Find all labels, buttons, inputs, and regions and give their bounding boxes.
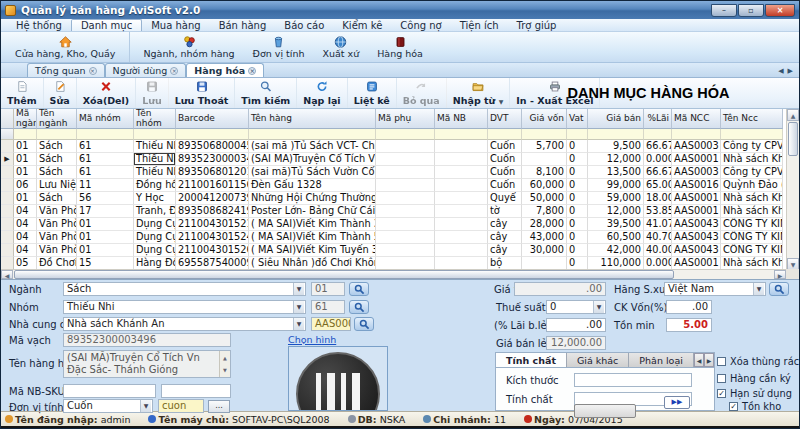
checked-icon[interactable]: ✓ <box>717 389 726 398</box>
menu-item-7[interactable]: Công nợ <box>391 19 450 31</box>
grid-cell[interactable]: 2110043015249 <box>176 231 249 244</box>
grid-cell[interactable]: AAS0043 <box>672 218 721 231</box>
textarea-scrollbar[interactable]: ▲▼ <box>219 351 230 377</box>
grid-cell[interactable]: 99,000 <box>588 179 644 192</box>
scroll-right-icon[interactable]: ▶ <box>774 270 786 279</box>
grid-cell[interactable]: 42,000 <box>588 244 644 257</box>
grid-cell[interactable]: 01 <box>14 192 37 205</box>
column-header[interactable]: Tên hàng <box>249 109 376 129</box>
subtab-Phân loại[interactable]: Phân loại <box>629 353 694 367</box>
close-icon[interactable]: × <box>89 67 97 75</box>
column-header[interactable]: Mã NCC <box>672 109 721 129</box>
grid-cell[interactable]: 04 <box>14 218 37 231</box>
grid-cell[interactable]: 2110016011568 <box>176 179 249 192</box>
dvt-more-button[interactable]: ... <box>208 400 230 413</box>
grid-cell[interactable]: 0 <box>567 153 588 166</box>
grid-cell[interactable]: 0 <box>567 244 588 257</box>
nhom-code-field[interactable]: 61 <box>311 300 345 314</box>
grid-cell[interactable]: 66.670 <box>644 140 672 153</box>
grid-cell[interactable]: 43,000 <box>522 231 567 244</box>
grid-cell[interactable] <box>376 244 435 257</box>
grid-cell[interactable]: Đèn Gấu 1328 <box>249 179 376 192</box>
grid-cell[interactable]: 01 <box>77 231 134 244</box>
manb-field-1[interactable] <box>63 384 156 398</box>
grid-cell[interactable] <box>376 153 435 166</box>
grid-cell[interactable]: cây <box>488 218 522 231</box>
close-icon[interactable]: × <box>170 67 178 75</box>
grid-cell[interactable]: Cuốn <box>488 140 522 153</box>
grid-cell[interactable]: Sách <box>37 153 77 166</box>
filter-cell[interactable] <box>672 129 721 140</box>
table-row[interactable]: ▶01Sách61Thiếu Nhi89352300003496(SAI MÃ)… <box>1 153 786 166</box>
barcode-field[interactable]: 89352300003496 <box>63 333 231 347</box>
grid-cell[interactable]: Thiếu Nhi <box>134 140 176 153</box>
kichthuoc-field[interactable] <box>574 373 692 387</box>
table-row[interactable]: 04Văn Phòn01Dụng Cụ2110043015218( MÃ SAI… <box>1 218 786 231</box>
grid-cell[interactable]: 0 <box>567 205 588 218</box>
menu-item-1[interactable]: Hệ thống <box>7 19 71 31</box>
close-button[interactable]: × <box>765 4 795 17</box>
manb-field-2[interactable] <box>161 384 231 398</box>
grid-cell[interactable]: 0 <box>567 166 588 179</box>
grid-cell[interactable]: 17 <box>77 205 134 218</box>
grid-cell[interactable]: Dụng Cụ <box>134 244 176 257</box>
grid-cell[interactable]: Công ty CPVH <box>721 140 783 153</box>
grid-cell[interactable] <box>435 231 488 244</box>
row-selector[interactable] <box>1 166 14 179</box>
nhom-select[interactable]: Thiếu Nhi▼ <box>63 300 306 314</box>
column-header[interactable]: Giá bán <box>588 109 644 129</box>
row-selector[interactable]: ▶ <box>1 153 14 166</box>
checkbox-Xóa thùng rác[interactable]: Xóa thùng rác <box>717 356 799 367</box>
grid-cell[interactable]: Quyể <box>488 192 522 205</box>
filter-cell[interactable] <box>14 129 37 140</box>
grid-cell[interactable]: Nhà sách Khá <box>721 205 783 218</box>
menu-item-5[interactable]: Báo cáo <box>275 19 333 31</box>
Liệt kê-button[interactable]: Liệt kê <box>348 78 397 108</box>
grid-cell[interactable]: 41.070 <box>644 218 672 231</box>
grid-cell[interactable]: ( MÃ SAI)Viết Kim Thành 56 <box>249 231 376 244</box>
grid-cell[interactable]: Dụng Cụ <box>134 231 176 244</box>
grid-cell[interactable]: 40.000 <box>644 244 672 257</box>
giavon-field[interactable]: .00 <box>514 282 606 296</box>
grid-cell[interactable]: AAS0043 <box>672 231 721 244</box>
menu-item-8[interactable]: Tiện ích <box>451 19 508 31</box>
filter-cell[interactable] <box>376 129 435 140</box>
checkbox-Hàng cần ký[interactable]: Hàng cần ký <box>717 373 791 384</box>
unchecked-icon[interactable] <box>717 374 726 383</box>
grid-cell[interactable] <box>435 179 488 192</box>
nganh-select[interactable]: Sách▼ <box>63 282 306 296</box>
menu-item-3[interactable]: Mua hàng <box>142 19 209 31</box>
Nhập từ-button[interactable]: Nhập từ ▼ <box>447 78 510 108</box>
grid-cell[interactable]: 5,700 <box>522 140 567 153</box>
grid-cell[interactable]: cây <box>488 231 522 244</box>
grid-cell[interactable]: (sai mã)Tủ Sách Vườn Cổ Tích- H <box>249 166 376 179</box>
filter-cell[interactable] <box>77 129 134 140</box>
grid-cell[interactable]: Văn Phòn <box>37 244 77 257</box>
grid-cell[interactable]: 8935068000452 <box>176 140 249 153</box>
tab-Tổng quan[interactable]: Tổng quan× <box>27 63 105 77</box>
grid-cell[interactable]: 01 <box>77 244 134 257</box>
grid-cell[interactable]: Poster Lớn- Bảng Chữ Cái (new) <box>249 205 376 218</box>
menu-item-9[interactable]: Trợ giúp <box>508 19 566 31</box>
grid-cell[interactable]: 06 <box>14 179 37 192</box>
filter-cell[interactable] <box>721 129 783 140</box>
column-header[interactable]: Tên ngành <box>37 109 77 129</box>
grid-cell[interactable]: Y Học <box>134 192 176 205</box>
hscroll-thumb[interactable] <box>14 270 674 279</box>
grid-cell[interactable]: Quỳnh Đảo (Di <box>721 179 783 192</box>
ncc-search-button[interactable] <box>354 317 374 331</box>
grid-cell[interactable]: AAS0001 <box>672 192 721 205</box>
grid-cell[interactable] <box>435 244 488 257</box>
grid-cell[interactable]: 2110043015263 <box>176 244 249 257</box>
ribbon-button[interactable]: Xuất xứ <box>313 32 368 62</box>
column-header[interactable]: Mã NB <box>435 109 488 129</box>
Sửa-button[interactable]: Sửa <box>44 78 77 108</box>
grid-cell[interactable]: Cuốn <box>488 166 522 179</box>
filter-cell[interactable] <box>644 129 672 140</box>
Xóa(Del)-button[interactable]: Xóa(Del) <box>77 78 137 108</box>
hangsx-search-button[interactable] <box>769 282 789 296</box>
grid-cell[interactable]: 8,100 <box>522 166 567 179</box>
maximize-button[interactable]: ▫ <box>738 4 764 17</box>
grid-cell[interactable]: 0.000 <box>644 153 672 166</box>
menu-item-2[interactable]: Danh mục <box>71 19 142 31</box>
